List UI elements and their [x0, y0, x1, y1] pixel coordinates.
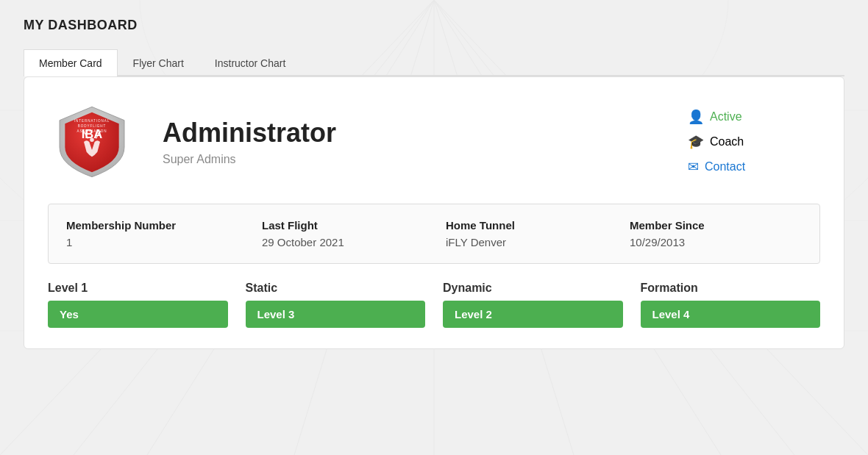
iba-logo: IBA INTERNATIONAL BODYFLIGHT ASSOCIATION: [51, 101, 132, 182]
email-icon: ✉: [688, 159, 699, 175]
status-active: 👤 Active: [688, 109, 742, 125]
status-coach: 🎓 Coach: [688, 134, 744, 150]
tab-flyer-chart[interactable]: Flyer Chart: [118, 49, 199, 76]
level-item-1: Static Level 3: [246, 282, 426, 328]
profile-section: IBA INTERNATIONAL BODYFLIGHT ASSOCIATION…: [48, 98, 820, 186]
level-badge-0: Yes: [48, 301, 228, 328]
level-item-0: Level 1 Yes: [48, 282, 228, 328]
stat-member-since: Member Since 10/29/2013: [618, 219, 802, 248]
tab-member-card[interactable]: Member Card: [24, 49, 118, 76]
svg-point-18: [90, 138, 94, 143]
coach-label: Coach: [710, 135, 744, 148]
stat-membership-number: Membership Number 1: [66, 219, 250, 248]
level-badge-3: Level 4: [641, 301, 821, 328]
profile-info: Administrator Super Admins: [163, 118, 688, 166]
iba-logo-container: IBA INTERNATIONAL BODYFLIGHT ASSOCIATION: [48, 98, 136, 186]
stat-home-tunnel-label: Home Tunnel: [446, 219, 606, 232]
stat-member-since-value: 10/29/2013: [630, 236, 790, 248]
stat-last-flight-label: Last Flight: [262, 219, 422, 232]
stat-membership-number-value: 1: [66, 236, 238, 248]
level-badge-2: Level 2: [443, 301, 623, 328]
page-title: MY DASHBOARD: [24, 18, 844, 33]
tabs-container: Member Card Flyer Chart Instructor Chart: [24, 48, 844, 76]
level-label-3: Formation: [641, 282, 821, 295]
profile-name: Administrator: [163, 118, 688, 148]
level-label-2: Dynamic: [443, 282, 623, 295]
profile-subtitle: Super Admins: [163, 153, 688, 166]
stat-home-tunnel-value: iFLY Denver: [446, 236, 606, 248]
level-badge-1: Level 3: [246, 301, 426, 328]
level-item-2: Dynamic Level 2: [443, 282, 623, 328]
tab-instructor-chart[interactable]: Instructor Chart: [199, 49, 301, 76]
stat-last-flight: Last Flight 29 October 2021: [250, 219, 434, 248]
stat-last-flight-value: 29 October 2021: [262, 236, 422, 248]
contact-link[interactable]: Contact: [705, 160, 745, 173]
profile-status: 👤 Active 🎓 Coach ✉ Contact: [688, 109, 820, 175]
stat-membership-number-label: Membership Number: [66, 219, 238, 232]
graduation-icon: 🎓: [688, 134, 704, 150]
stats-row: Membership Number 1 Last Flight 29 Octob…: [48, 204, 820, 264]
svg-text:INTERNATIONAL: INTERNATIONAL: [74, 119, 110, 123]
level-item-3: Formation Level 4: [641, 282, 821, 328]
svg-text:ASSOCIATION: ASSOCIATION: [77, 129, 107, 133]
status-contact[interactable]: ✉ Contact: [688, 159, 745, 175]
member-card-panel: IBA INTERNATIONAL BODYFLIGHT ASSOCIATION…: [24, 76, 844, 349]
level-label-1: Static: [246, 282, 426, 295]
level-label-0: Level 1: [48, 282, 228, 295]
svg-text:BODYFLIGHT: BODYFLIGHT: [78, 124, 106, 128]
active-label: Active: [710, 110, 742, 123]
stat-home-tunnel: Home Tunnel iFLY Denver: [434, 219, 618, 248]
levels-row: Level 1 Yes Static Level 3 Dynamic Level…: [48, 282, 820, 328]
person-icon: 👤: [688, 109, 704, 125]
stat-member-since-label: Member Since: [630, 219, 790, 232]
